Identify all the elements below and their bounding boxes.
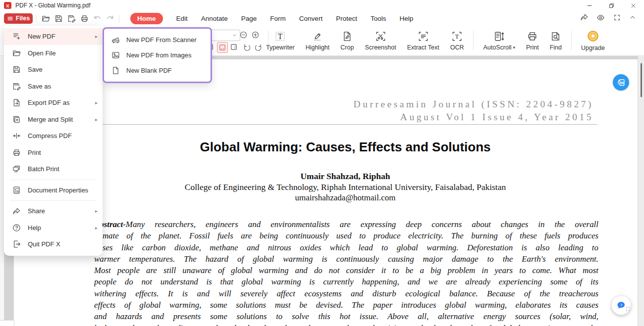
menu-item-merge-and-split[interactable]: Merge and Split▸ <box>4 111 103 128</box>
share-icon <box>12 207 21 215</box>
tab-convert[interactable]: Convert <box>299 15 322 22</box>
save-button[interactable] <box>53 13 64 24</box>
tab-help[interactable]: Help <box>399 15 413 22</box>
batch-print-icon <box>12 165 21 173</box>
menu-item-compress-pdf[interactable]: Compress PDF <box>4 128 103 144</box>
abstract-line: hydro and geothermal) must be developed … <box>94 323 598 326</box>
tool-label: Screenshot <box>365 44 396 51</box>
zoom-out-icon <box>240 31 247 39</box>
tab-tools[interactable]: Tools <box>371 15 386 22</box>
doc-properties-icon <box>12 186 21 194</box>
typewriter-button[interactable]: TTypewriter <box>261 26 300 55</box>
restore-button[interactable] <box>600 0 622 11</box>
blank-pdf-icon <box>111 66 120 75</box>
ai-bot-icon <box>615 299 627 311</box>
crop-button[interactable]: Crop <box>335 26 359 55</box>
pdf-page: Durreesamin Journal (ISSN: 2204-9827) Au… <box>14 59 638 326</box>
scrollbar-thumb[interactable] <box>641 63 642 97</box>
abstract-line: warmer temperatures. The hazard of globa… <box>94 253 598 265</box>
crop-icon <box>341 31 353 42</box>
svg-text:W: W <box>620 80 624 85</box>
open-file-button[interactable] <box>40 13 51 24</box>
menu-item-help[interactable]: Help▸ <box>4 220 103 236</box>
submenu-item-label: New Blank PDF <box>126 67 172 74</box>
highlight-button[interactable]: Highlight <box>300 26 335 55</box>
tool-label: Highlight <box>306 44 330 51</box>
typewriter-icon: T <box>274 31 286 42</box>
new-pdf-submenu: New PDF From ScannerNew PDF from ImagesN… <box>103 27 212 83</box>
menu-item-label: Save as <box>28 83 51 90</box>
zoom-out-button[interactable] <box>239 30 248 40</box>
tab-home[interactable]: Home <box>130 13 163 24</box>
quick-access-toolbar <box>40 13 115 24</box>
submenu-item-new-blank-pdf[interactable]: New Blank PDF <box>104 63 211 78</box>
submenu-arrow-icon: ▸ <box>95 34 98 39</box>
vertical-scrollbar[interactable] <box>638 55 644 326</box>
screenshot-button[interactable]: Screenshot <box>359 26 401 55</box>
autoscroll-button[interactable]: AutoScroll▾ <box>478 26 521 55</box>
share-icon <box>580 13 588 21</box>
menu-item-save[interactable]: Save <box>4 61 103 78</box>
fullscreen-button[interactable] <box>613 14 621 23</box>
tab-edit[interactable]: Edit <box>176 15 188 22</box>
tab-page[interactable]: Page <box>241 15 257 22</box>
menu-item-export-pdf-as[interactable]: Export PDF as▸ <box>4 94 103 111</box>
submenu-arrow-icon: ▸ <box>95 100 98 105</box>
menu-item-label: Save <box>28 66 43 73</box>
find-button[interactable]: Find <box>544 26 567 55</box>
convert-to-word-button[interactable]: W <box>613 74 629 91</box>
hamburger-icon <box>7 15 13 22</box>
word-convert-icon: W <box>616 77 627 88</box>
files-button-label: Files <box>16 15 30 22</box>
print-button[interactable] <box>79 13 90 24</box>
merge-split-icon <box>12 115 21 124</box>
menu-item-label: Merge and Split <box>28 116 73 123</box>
fit-height-icon <box>230 43 238 51</box>
menu-item-label: Quit PDF X <box>28 240 60 248</box>
drag-handle-icon <box>626 307 630 311</box>
zoom-in-button[interactable] <box>251 30 260 40</box>
menu-item-share[interactable]: Share▸ <box>4 203 103 220</box>
tab-protect[interactable]: Protect <box>336 15 357 22</box>
undo-button[interactable] <box>92 13 103 24</box>
menu-item-label: Compress PDF <box>28 132 72 140</box>
menu-item-open-file[interactable]: Open File <box>4 45 103 62</box>
save-as-icon <box>67 14 76 23</box>
submenu-item-new-pdf-from-scanner[interactable]: New PDF From Scanner <box>104 32 211 47</box>
menu-item-save-as[interactable]: Save as <box>4 78 103 95</box>
files-menu-button[interactable]: Files <box>4 13 33 24</box>
close-button[interactable] <box>622 0 644 11</box>
undo-icon <box>93 14 102 23</box>
menu-item-quit-pdf-x[interactable]: Quit PDF X <box>4 236 103 253</box>
tab-annotate[interactable]: Annotate <box>201 15 228 22</box>
chevron-up-button[interactable] <box>629 14 636 23</box>
separator <box>36 15 37 22</box>
eye-button[interactable] <box>596 13 605 24</box>
menu-item-document-properties[interactable]: Document Properties <box>4 182 103 199</box>
upgrade-button[interactable]: Upgrade <box>576 26 610 55</box>
menu-item-print[interactable]: Print <box>4 144 103 161</box>
tool-label: Print <box>526 44 539 51</box>
ocr-button[interactable]: TOCR <box>445 26 470 55</box>
help-icon <box>12 224 21 232</box>
redo-button[interactable] <box>105 13 115 24</box>
submenu-arrow-icon: ▸ <box>95 208 98 214</box>
abstract-line: effects of global warming, some solution… <box>94 299 598 311</box>
paper-abstract: Abstract-Many researchers, engineers and… <box>94 219 598 326</box>
menu-item-new-pdf[interactable]: New PDF▸ <box>4 28 103 45</box>
rotate-left-button[interactable] <box>242 43 251 52</box>
ai-assistant-button[interactable] <box>611 295 631 315</box>
tab-form[interactable]: Form <box>270 15 286 22</box>
submenu-arrow-icon: ▸ <box>95 225 98 231</box>
extract-text-button[interactable]: Extract Text <box>402 26 445 55</box>
minimize-button[interactable] <box>579 0 600 11</box>
menu-item-batch-print[interactable]: Batch Print <box>4 161 103 178</box>
svg-text:T: T <box>455 33 459 40</box>
fit-width-button[interactable] <box>217 42 228 53</box>
share-button[interactable] <box>580 13 588 23</box>
save-as-button[interactable] <box>66 13 77 24</box>
fit-height-button[interactable] <box>229 42 239 52</box>
menu-item-label: Help <box>28 224 41 232</box>
print-button[interactable]: Print <box>521 26 544 55</box>
submenu-item-new-pdf-from-images[interactable]: New PDF from Images <box>104 47 211 63</box>
